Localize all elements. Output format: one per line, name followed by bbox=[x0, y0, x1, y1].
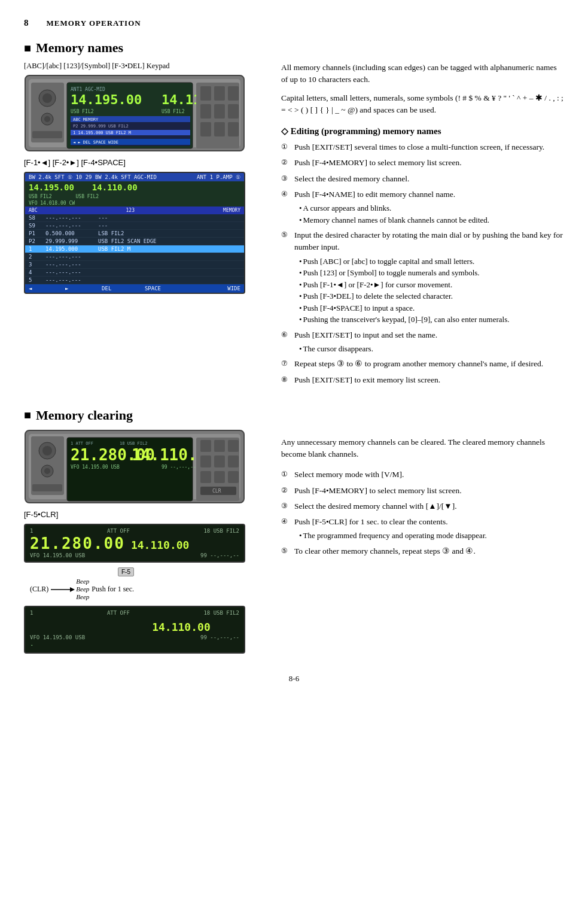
section1-intro-p1: All memory channels (including scan edge… bbox=[281, 62, 564, 86]
section1-left: [ABC]/[abc] [123]/[Symbol] [F-3•DEL] Key… bbox=[24, 62, 263, 390]
section2-caption: [F-5•CLR] bbox=[24, 510, 263, 519]
svg-rect-32 bbox=[228, 122, 239, 136]
page: 8 MEMORY OPERATION Memory names [ABC]/[a… bbox=[0, 0, 588, 908]
clr-screen2-att: ATT OFF bbox=[107, 610, 130, 616]
page-header: 8 MEMORY OPERATION bbox=[24, 18, 564, 28]
arrow-svg bbox=[51, 584, 75, 596]
section2-right: Any unnecessary memory channels can be c… bbox=[281, 408, 564, 657]
clr-screen2-sub-right: 99 --,---,-- bbox=[200, 634, 239, 640]
svg-marker-61 bbox=[70, 587, 75, 592]
svg-rect-24 bbox=[200, 86, 211, 101]
clr-key-box: F-5 bbox=[118, 567, 134, 576]
step-4: ④ Push [F-4•NAME] to edit memory channel… bbox=[281, 189, 564, 226]
page-footer: 8-6 bbox=[24, 674, 564, 684]
clr-screen1-vfo: VFO 14.195.00 USB bbox=[30, 552, 85, 558]
svg-text:◄   ►   DEL  SPACE        WIDE: ◄ ► DEL SPACE WIDE bbox=[73, 140, 118, 145]
step-1: ①Push [EXIT/SET] several times to close … bbox=[281, 141, 564, 153]
s2-step-4: ④ Push [F-5•CLR] for 1 sec. to clear the… bbox=[281, 516, 564, 542]
clr-screen2-dot: · bbox=[30, 642, 239, 649]
section1-intro-p2: Capital letters, small letters, numerals… bbox=[281, 92, 564, 117]
svg-rect-27 bbox=[200, 104, 211, 119]
caption-bottom: [F-1•◄] [F-2•►] [F-4•SPACE] bbox=[24, 158, 263, 167]
svg-rect-25 bbox=[214, 86, 225, 101]
svg-rect-49 bbox=[200, 440, 211, 452]
svg-rect-56 bbox=[214, 471, 225, 483]
s2-step-3: ③Select the desired memory channel with … bbox=[281, 500, 564, 512]
svg-rect-52 bbox=[200, 455, 211, 467]
mls-list-header: ABC123MEMORY bbox=[25, 206, 244, 214]
svg-rect-55 bbox=[200, 471, 211, 483]
beep-text: BeepBeepBeep bbox=[76, 578, 89, 602]
section1-two-col: [ABC]/[abc] [123]/[Symbol] [F-3•DEL] Key… bbox=[24, 62, 564, 390]
svg-rect-40 bbox=[32, 484, 62, 491]
clr-screen2-mode: 18 USB FIL2 bbox=[203, 610, 239, 616]
step-5: ⑤ Input the desired character by rotatin… bbox=[281, 229, 564, 326]
mls-row-p1: P10.500.000LSB FIL2 bbox=[25, 230, 244, 238]
svg-text:14.195.00: 14.195.00 bbox=[71, 92, 142, 107]
section2-left: Memory clearing bbox=[24, 408, 263, 657]
clr-screen-after: 1 ATT OFF 18 USB FIL2 ---.---.--- 14.110… bbox=[24, 606, 245, 654]
svg-text:CLR: CLR bbox=[212, 488, 221, 494]
step-7: ⑦Repeat steps ③ to ⑥ to program another … bbox=[281, 358, 564, 370]
clr-annotation: F-5 (CLR) BeepBeepBeep Push for 1 sec. bbox=[30, 565, 263, 602]
mls-freq-right: 14.110.00 bbox=[92, 183, 138, 192]
mls-freq-row: 14.195.00 14.110.00 bbox=[25, 181, 244, 193]
section-memory-names: Memory names [ABC]/[abc] [123]/[Symbol] … bbox=[24, 40, 564, 390]
clr-screen1-freq-main: 21.280.00 bbox=[30, 535, 125, 552]
svg-text:VFO 14.195.00 USB: VFO 14.195.00 USB bbox=[71, 464, 120, 470]
svg-rect-26 bbox=[228, 86, 239, 101]
svg-point-37 bbox=[42, 446, 52, 455]
clr-screen1-sub-right: 99 --,---,-- bbox=[200, 552, 239, 558]
s2-step-5: ⑤To clear other memory channels, repeat … bbox=[281, 545, 564, 557]
svg-text:ABC              MEMORY: ABC MEMORY bbox=[73, 117, 99, 122]
svg-rect-7 bbox=[32, 131, 62, 138]
subsection-title: Editing (programming) memory names bbox=[281, 126, 564, 136]
mls-row-3: 3---.---.--- bbox=[25, 261, 244, 269]
svg-text:USB  FIL2: USB FIL2 bbox=[162, 109, 185, 114]
svg-text:1  14.195.000  USB  FIL2  M: 1 14.195.000 USB FIL2 M bbox=[73, 130, 131, 135]
svg-text:99 --,---,--: 99 --,---,-- bbox=[162, 464, 196, 470]
svg-rect-54 bbox=[228, 455, 239, 467]
mls-vfo-row: VFO 14.018.00 CW bbox=[25, 200, 244, 206]
svg-rect-29 bbox=[228, 104, 239, 119]
section2-intro-p1: Any unnecessary memory channels can be c… bbox=[281, 436, 564, 461]
section1-steps: ①Push [EXIT/SET] several times to close … bbox=[281, 141, 564, 386]
mls-freq-left: 14.195.00 bbox=[29, 183, 74, 192]
step-2: ②Push [F-4•MEMORY] to select memory list… bbox=[281, 157, 564, 169]
mls-mode-row: USB FIL2 USB FIL2 bbox=[25, 193, 244, 200]
section2-title: Memory clearing bbox=[24, 408, 263, 423]
push-text: Push for 1 sec. bbox=[92, 585, 134, 594]
svg-text:1  ATT OFF: 1 ATT OFF bbox=[71, 441, 93, 446]
footer-page-number: 8-6 bbox=[289, 674, 299, 683]
svg-text:18  USB  FIL2: 18 USB FIL2 bbox=[120, 441, 147, 446]
mls-row-s8: S8---.---.------ bbox=[25, 214, 244, 222]
section2-radio-device: 1 ATT OFF 18 USB FIL2 21.280.00 VFO 14.1… bbox=[24, 429, 263, 506]
svg-rect-57 bbox=[228, 471, 239, 483]
clr-screen1-freq-sub: 14.110.00 bbox=[131, 539, 190, 551]
section1-right: All memory channels (including scan edge… bbox=[281, 62, 564, 390]
memory-list-screen: BW 2.4k SFT ① 10 29 BW 2.4k SFT AGC-MID … bbox=[24, 172, 245, 294]
section2-steps: ①Select memory mode with [V/M]. ②Push [F… bbox=[281, 469, 564, 557]
clr-screen1-mode: 18 USB FIL2 bbox=[203, 528, 239, 534]
step-6: ⑥ Push [EXIT/SET] to input and set the n… bbox=[281, 329, 564, 355]
radio-svg: ANT1 AGC-MID 14.195.00 USB FIL2 14.110.0… bbox=[24, 74, 245, 152]
svg-point-39 bbox=[44, 468, 50, 474]
section2-two-col: Memory clearing bbox=[24, 408, 564, 657]
section1-title: Memory names bbox=[24, 40, 564, 56]
section-memory-clearing: Memory clearing bbox=[24, 408, 564, 657]
svg-rect-28 bbox=[214, 104, 225, 119]
svg-rect-51 bbox=[228, 440, 239, 452]
mls-header: BW 2.4k SFT ① 10 29 BW 2.4k SFT AGC-MID … bbox=[25, 173, 244, 181]
mls-row-4: 4---.---.--- bbox=[25, 269, 244, 277]
mls-row-p2: P229.999.999USB FIL2 SCAN EDGE bbox=[25, 238, 244, 245]
clr-screen1-channel: 1 bbox=[30, 528, 33, 534]
clr-screen-before: 1 ATT OFF 18 USB FIL2 21.280.00 14.110.0… bbox=[24, 524, 245, 563]
svg-rect-50 bbox=[214, 440, 225, 452]
clr-screen1-att: ATT OFF bbox=[107, 528, 130, 534]
caption-top: [ABC]/[abc] [123]/[Symbol] [F-3•DEL] Key… bbox=[24, 62, 263, 71]
section2-radio-svg: 1 ATT OFF 18 USB FIL2 21.280.00 VFO 14.1… bbox=[24, 429, 245, 504]
s2-step-2: ②Push [F-4•MEMORY] to select memory list… bbox=[281, 485, 564, 497]
clr-screen2-freq-sub: 14.110.00 bbox=[152, 621, 211, 633]
svg-point-4 bbox=[42, 93, 52, 103]
svg-text:USB  FIL2: USB FIL2 bbox=[71, 109, 94, 114]
